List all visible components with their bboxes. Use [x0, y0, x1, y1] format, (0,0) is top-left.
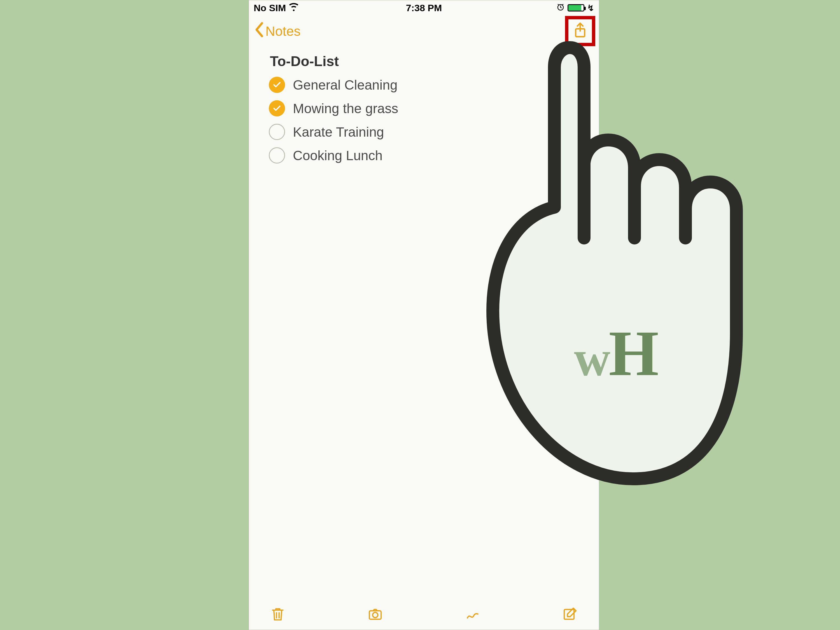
trash-button[interactable]	[269, 606, 286, 623]
item-label: Karate Training	[293, 124, 384, 140]
phone-screen: No SIM 7:38 PM ↯ Notes	[249, 0, 599, 630]
alarm-icon	[556, 3, 565, 13]
note-body: To-Do-List General Cleaning Mowing the g…	[249, 53, 599, 164]
sketch-icon	[465, 606, 480, 623]
share-icon	[573, 22, 587, 40]
checklist: General Cleaning Mowing the grass Karate…	[269, 77, 579, 164]
logo-letter-h: H	[609, 318, 657, 389]
list-item: General Cleaning	[269, 77, 579, 93]
item-label: General Cleaning	[293, 77, 398, 93]
list-item: Cooking Lunch	[269, 147, 579, 164]
checkbox-unchecked-icon[interactable]	[269, 124, 285, 140]
item-label: Cooking Lunch	[293, 148, 382, 163]
status-time: 7:38 PM	[249, 3, 599, 13]
checkbox-unchecked-icon[interactable]	[269, 147, 285, 164]
chevron-left-icon	[254, 22, 264, 40]
carrier-label: No SIM	[254, 3, 286, 13]
wifi-icon	[289, 2, 299, 14]
list-item: Mowing the grass	[269, 100, 579, 117]
status-right: ↯	[556, 3, 594, 13]
note-title: To-Do-List	[270, 53, 579, 69]
bottom-toolbar	[249, 599, 599, 630]
back-label: Notes	[265, 24, 300, 39]
sketch-button[interactable]	[464, 606, 481, 623]
list-item: Karate Training	[269, 124, 579, 140]
back-button[interactable]: Notes	[254, 22, 300, 40]
item-label: Mowing the grass	[293, 101, 398, 116]
checkbox-checked-icon[interactable]	[269, 100, 285, 117]
battery-icon	[568, 4, 584, 11]
svg-point-3	[373, 613, 378, 618]
status-left: No SIM	[254, 2, 299, 14]
navbar: Notes	[249, 16, 599, 46]
checkbox-checked-icon[interactable]	[269, 77, 285, 93]
status-bar: No SIM 7:38 PM ↯	[249, 0, 599, 16]
share-button[interactable]	[567, 17, 594, 44]
compose-button[interactable]	[562, 606, 578, 623]
compose-icon	[562, 606, 578, 623]
trash-icon	[270, 606, 286, 623]
camera-icon	[367, 606, 383, 623]
camera-button[interactable]	[367, 606, 384, 623]
charging-icon: ↯	[587, 3, 594, 13]
